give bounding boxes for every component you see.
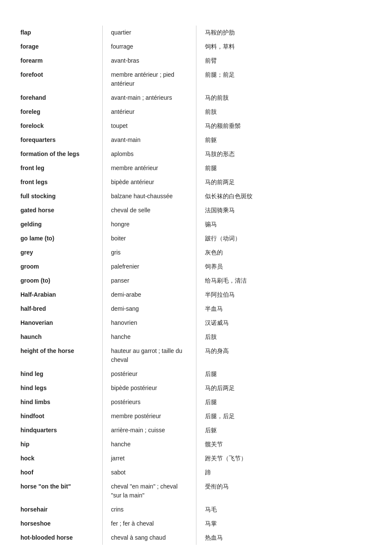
english-term: go lame (to) [17, 231, 102, 246]
english-term: forehand [17, 91, 102, 105]
chinese-term: 热血马 [196, 531, 375, 545]
french-term: aplombs [102, 147, 196, 161]
chinese-term: 饲料，草料 [196, 40, 375, 54]
french-term: membre antérieur ; pied antérieur [102, 68, 196, 91]
english-term: groom (to) [17, 274, 102, 288]
table-row: hockjarret跗关节（飞节） [17, 451, 375, 465]
french-term: palefrenier [102, 260, 196, 274]
english-term: forelock [17, 119, 102, 133]
english-term: height of the horse [17, 344, 102, 367]
french-term: avant-main [102, 133, 196, 147]
english-term: flap [17, 26, 102, 40]
chinese-term: 给马刷毛，清洁 [196, 274, 375, 288]
chinese-term: 马掌 [196, 517, 375, 531]
french-term: gris [102, 246, 196, 260]
french-term: sabot [102, 465, 196, 480]
chinese-term: 法国骑乘马 [196, 203, 375, 217]
chinese-term: 前臂 [196, 54, 375, 68]
english-term: horsehair [17, 503, 102, 517]
chinese-term: 马的前两足 [196, 175, 375, 189]
table-row: front legsbipède antérieur马的前两足 [17, 175, 375, 189]
english-term: hock [17, 451, 102, 465]
chinese-term: 前躯 [196, 133, 375, 147]
table-row: greygris灰色的 [17, 246, 375, 260]
chinese-term: 前腿；前足 [196, 68, 375, 91]
chinese-term: 前肢 [196, 105, 375, 119]
french-term: hanche [102, 330, 196, 344]
table-row: gated horsecheval de selle法国骑乘马 [17, 203, 375, 217]
table-row: horseshoefer ; fer à cheval马掌 [17, 517, 375, 531]
chinese-term: 蹄 [196, 465, 375, 480]
chinese-term: 后腿，后足 [196, 409, 375, 423]
table-row: forelegantérieur前肢 [17, 105, 375, 119]
chinese-term: 灰色的 [196, 246, 375, 260]
english-term: front leg [17, 161, 102, 175]
english-term: gelding [17, 217, 102, 231]
french-term: membre postérieur [102, 409, 196, 423]
english-term: Half-Arabian [17, 288, 102, 302]
chinese-term: 后躯 [196, 423, 375, 437]
english-term: forearm [17, 54, 102, 68]
table-row: groom (to)panser给马刷毛，清洁 [17, 274, 375, 288]
table-row: forequartersavant-main前躯 [17, 133, 375, 147]
french-term: hongre [102, 217, 196, 231]
french-term: postérieurs [102, 395, 196, 409]
chinese-term: 跗关节（飞节） [196, 451, 375, 465]
french-term: balzane haut-chaussée [102, 189, 196, 203]
chinese-term: 马的额前垂鬃 [196, 119, 375, 133]
table-row: forefootmembre antérieur ; pied antérieu… [17, 68, 375, 91]
table-row: forearmavant-bras前臂 [17, 54, 375, 68]
french-term: membre antérieur [102, 161, 196, 175]
chinese-term: 似长袜的白色斑纹 [196, 189, 375, 203]
english-term: front legs [17, 175, 102, 189]
english-term: forage [17, 40, 102, 54]
chinese-term: 跛行（动词） [196, 231, 375, 246]
chinese-term: 马毛 [196, 503, 375, 517]
english-term: hoof [17, 465, 102, 480]
chinese-term: 马肢的形态 [196, 147, 375, 161]
chinese-term: 汉诺威马 [196, 316, 375, 330]
table-row: hiphanche髋关节 [17, 437, 375, 451]
french-term: panser [102, 274, 196, 288]
french-term: fourrage [102, 40, 196, 54]
table-row: height of the horsehauteur au garrot ; t… [17, 344, 375, 367]
table-row: Half-Arabiandemi-arabe半阿拉伯马 [17, 288, 375, 302]
chinese-term: 半阿拉伯马 [196, 288, 375, 302]
table-row: hindquartersarrière-main ; cuisse后躯 [17, 423, 375, 437]
table-row: foragefourrage饲料，草料 [17, 40, 375, 54]
english-term: hind legs [17, 381, 102, 395]
english-term: forequarters [17, 133, 102, 147]
french-term: bipède antérieur [102, 175, 196, 189]
english-term: Hanoverian [17, 316, 102, 330]
table-row: hot-blooded horsecheval à sang chaud热血马 [17, 531, 375, 545]
french-term: arrière-main ; cuisse [102, 423, 196, 437]
chinese-term: 马的后两足 [196, 381, 375, 395]
table-row: hind legsbipède postérieur马的后两足 [17, 381, 375, 395]
french-term: hanche [102, 437, 196, 451]
french-term: quartier [102, 26, 196, 40]
french-term: jarret [102, 451, 196, 465]
english-term: hindquarters [17, 423, 102, 437]
english-term: hind limbs [17, 395, 102, 409]
french-term: demi-sang [102, 302, 196, 316]
table-row: hind limbspostérieurs后腿 [17, 395, 375, 409]
table-row: horsehaircrins马毛 [17, 503, 375, 517]
french-term: cheval à sang chaud [102, 531, 196, 545]
english-term: foreleg [17, 105, 102, 119]
french-term: antérieur [102, 105, 196, 119]
table-row: forelocktoupet马的额前垂鬃 [17, 119, 375, 133]
french-term: avant-main ; antérieurs [102, 91, 196, 105]
chinese-term: 受衔的马 [196, 480, 375, 503]
chinese-term: 饲养员 [196, 260, 375, 274]
chinese-term: 后腿 [196, 395, 375, 409]
english-term: half-bred [17, 302, 102, 316]
english-term: hot-blooded horse [17, 531, 102, 545]
table-row: forehandavant-main ; antérieurs马的前肢 [17, 91, 375, 105]
table-row: front legmembre antérieur前腿 [17, 161, 375, 175]
table-row: haunchhanche后肢 [17, 330, 375, 344]
french-term: cheval de selle [102, 203, 196, 217]
chinese-term: 半血马 [196, 302, 375, 316]
table-row: Hanoverianhanovrien汉诺威马 [17, 316, 375, 330]
english-term: groom [17, 260, 102, 274]
table-row: hoofsabot蹄 [17, 465, 375, 480]
